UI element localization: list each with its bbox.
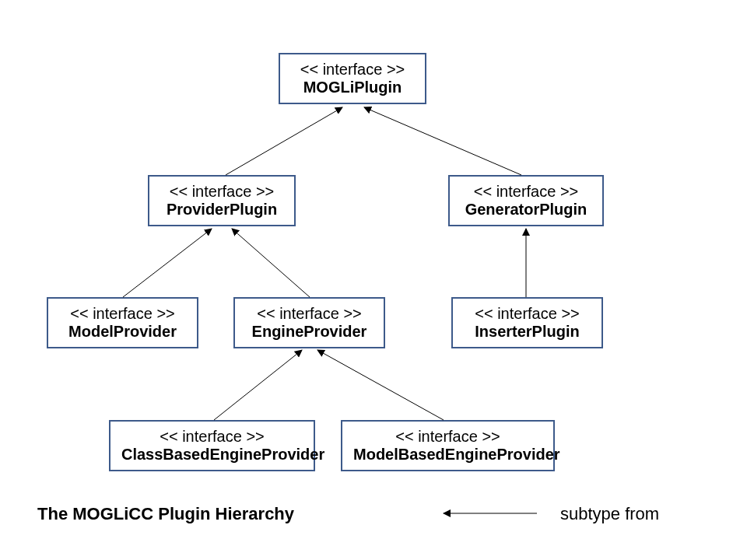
node-name: ProviderPlugin — [160, 201, 283, 219]
node-name: MOGLiPlugin — [291, 79, 414, 96]
node-name: GeneratorPlugin — [461, 201, 591, 219]
svg-line-1 — [364, 107, 521, 175]
svg-line-2 — [123, 229, 212, 297]
node-model-based-engine-provider: << interface >> ModelBasedEngineProvider — [341, 420, 555, 471]
node-name: ClassBasedEngineProvider — [121, 446, 303, 464]
node-name: EngineProvider — [246, 323, 373, 341]
stereotype-label: << interface >> — [291, 61, 414, 79]
svg-line-0 — [226, 107, 342, 175]
legend-label: subtype from — [560, 504, 659, 524]
svg-line-5 — [214, 350, 302, 420]
stereotype-label: << interface >> — [59, 305, 186, 323]
node-provider-plugin: << interface >> ProviderPlugin — [148, 175, 296, 226]
node-inserter-plugin: << interface >> InserterPlugin — [451, 297, 603, 348]
node-engine-provider: << interface >> EngineProvider — [233, 297, 385, 348]
node-class-based-engine-provider: << interface >> ClassBasedEngineProvider — [109, 420, 315, 471]
stereotype-label: << interface >> — [246, 305, 373, 323]
stereotype-label: << interface >> — [353, 428, 542, 446]
svg-line-6 — [317, 350, 444, 420]
stereotype-label: << interface >> — [464, 305, 591, 323]
stereotype-label: << interface >> — [160, 183, 283, 201]
svg-line-3 — [232, 229, 310, 297]
node-name: InserterPlugin — [464, 323, 591, 341]
node-name: ModelBasedEngineProvider — [353, 446, 542, 464]
stereotype-label: << interface >> — [461, 183, 591, 201]
node-mogli-plugin: << interface >> MOGLiPlugin — [279, 53, 426, 104]
diagram-caption: The MOGLiCC Plugin Hierarchy — [37, 504, 294, 524]
node-model-provider: << interface >> ModelProvider — [47, 297, 198, 348]
stereotype-label: << interface >> — [121, 428, 303, 446]
node-generator-plugin: << interface >> GeneratorPlugin — [448, 175, 604, 226]
node-name: ModelProvider — [59, 323, 186, 341]
